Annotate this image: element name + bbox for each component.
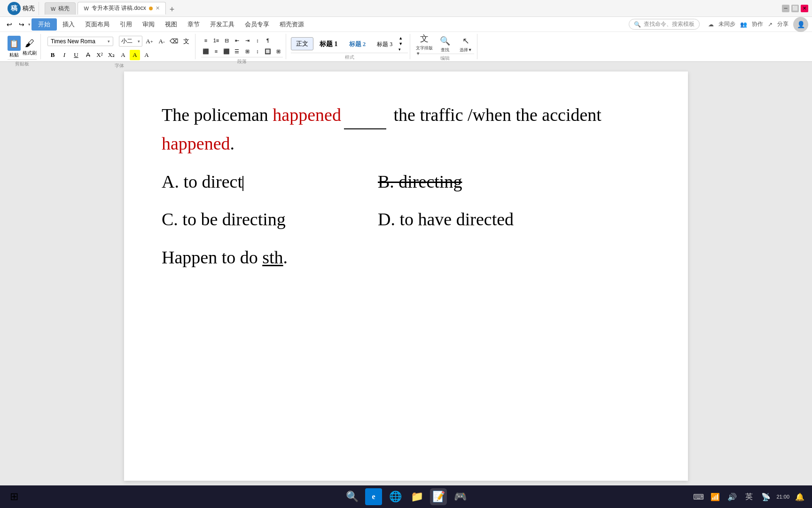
restore-button[interactable]: ⬜ (791, 5, 799, 12)
text-layout-button[interactable]: 文 文字排版▼ (416, 36, 433, 53)
menu-item-layout[interactable]: 页面布局 (80, 18, 114, 31)
font-controls: Times New Roma ▾ 小二 ▾ A+ A- ⌫ 文 B I U A̶… (47, 34, 191, 60)
collab-label[interactable]: 协作 (752, 20, 763, 28)
menu-item-vip[interactable]: 会员专享 (240, 18, 274, 31)
search-button[interactable]: 🔍 查找 (437, 36, 453, 53)
outline-list-button[interactable]: ⊟ (222, 36, 231, 45)
share-label[interactable]: 分享 (777, 20, 789, 28)
underline-button[interactable]: U (71, 50, 81, 60)
option-a: A. to direct (162, 167, 378, 196)
align-right-button[interactable]: ⬛ (222, 47, 231, 56)
bold-button[interactable]: B (47, 50, 58, 60)
question-line: The policeman happened the traffic /when… (162, 100, 650, 158)
taskbar-clock[interactable]: 21:00 (776, 494, 789, 500)
taskbar-search[interactable]: 🔍 (344, 488, 360, 505)
font-color-a-button[interactable]: A (118, 50, 128, 60)
clear-format-button[interactable]: ⌫ (169, 36, 179, 47)
menu-item-home[interactable]: 开始 (31, 18, 57, 31)
show-marks-button[interactable]: ¶ (263, 36, 273, 45)
style-h1-label: 标题 1 (320, 40, 338, 48)
menu-item-daoke[interactable]: 稻壳资源 (275, 18, 309, 31)
app-name: 稿壳 (23, 4, 35, 13)
font-size-box[interactable]: 小二 ▾ (119, 36, 142, 47)
italic-button[interactable]: I (59, 50, 70, 60)
sort-button[interactable]: ↕ (253, 36, 262, 45)
redo-button[interactable]: ↪ (16, 19, 27, 30)
para-controls: ≡ 1≡ ⊟ ⇤ ⇥ ↕ ¶ ⬛ ≡ ⬛ ☰ ⊞ ↕ 🔲 ⊞ (201, 34, 283, 56)
justify-button[interactable]: ☰ (232, 47, 242, 56)
minimize-button[interactable]: ─ (782, 5, 789, 12)
superscript-button[interactable]: X² (94, 50, 105, 60)
indent-decrease-button[interactable]: ⇤ (232, 36, 242, 45)
taskbar-browser[interactable]: 🌐 (387, 488, 404, 505)
strikethrough-button[interactable]: A̶ (83, 50, 93, 60)
taskbar: ⊞ 🔍 e 🌐 📁 📝 🎮 ⌨ 📶 🔊 英 📡 21:00 🔔 (0, 485, 812, 508)
format-brush-icon: 🖌 (25, 38, 34, 49)
align-center-button[interactable]: ≡ (211, 47, 221, 56)
taskbar-network-icon[interactable]: 📶 (709, 490, 722, 503)
unordered-list-button[interactable]: ≡ (201, 36, 211, 45)
taskbar-wps[interactable]: 📝 (430, 488, 447, 505)
style-scroll[interactable]: ▲ ▼ ▾ (398, 36, 408, 52)
close-button[interactable]: ✕ (801, 5, 808, 12)
shading-button[interactable]: 🔲 (263, 47, 273, 56)
taskbar-keyboard-icon[interactable]: ⌨ (692, 490, 705, 503)
style-h1[interactable]: 标题 1 (314, 37, 343, 51)
add-tab-button[interactable]: + (168, 5, 177, 15)
select-button[interactable]: ↖ 选择▼ (457, 36, 474, 53)
menu-bar: ↩ ↪ ▾ 开始 插入 页面布局 引用 审阅 视图 章节 开发工具 会员专享 稻… (0, 17, 812, 32)
taskbar-folder[interactable]: 📁 (408, 488, 425, 505)
menu-item-view[interactable]: 视图 (160, 18, 182, 31)
style-h3-label: 标题 3 (377, 41, 392, 48)
menu-item-insert[interactable]: 插入 (58, 18, 79, 31)
font-name-box[interactable]: Times New Roma ▾ (47, 37, 113, 46)
style-h2[interactable]: 标题 2 (344, 37, 371, 51)
style-normal-label: 正文 (296, 40, 308, 47)
tab-close-button[interactable]: ✕ (156, 5, 160, 11)
menu-item-chapter[interactable]: 章节 (183, 18, 204, 31)
char-border-button[interactable]: A (141, 50, 152, 60)
taskbar-wifi[interactable]: 📡 (759, 490, 773, 503)
title-bar: 稿 稿壳 W 稿壳 W 专升本英语 讲稿.docx ✕ + ─ ⬜ ✕ (0, 0, 812, 17)
menu-item-devtools[interactable]: 开发工具 (205, 18, 239, 31)
subscript-button[interactable]: X₂ (106, 50, 117, 60)
style-h3[interactable]: 标题 3 (372, 37, 398, 51)
font-size-dropdown[interactable]: ▾ (138, 39, 140, 44)
doc-page: The policeman happened the traffic /when… (124, 71, 688, 481)
font-name-dropdown[interactable]: ▾ (108, 39, 110, 44)
sync-label[interactable]: 未同步 (718, 20, 735, 28)
border-button[interactable]: ⊞ (273, 47, 283, 56)
menu-item-review[interactable]: 审阅 (138, 18, 159, 31)
taskbar-game[interactable]: 🎮 (452, 488, 468, 505)
undo-button[interactable]: ↩ (4, 19, 15, 30)
avatar: 👤 (793, 17, 808, 32)
taskbar-volume-icon[interactable]: 🔊 (726, 490, 739, 503)
line-spacing-button[interactable]: ↕ (253, 47, 262, 56)
font-size-increase-button[interactable]: A+ (144, 36, 155, 47)
text-cursor (242, 176, 243, 191)
paste-label[interactable]: 粘贴 (9, 52, 19, 58)
tools-group-label: 编辑 (416, 54, 474, 62)
highlight-button[interactable]: A (130, 50, 140, 60)
start-button[interactable]: ⊞ (6, 488, 23, 505)
tab-active[interactable]: W 专升本英语 讲稿.docx ✕ (78, 2, 165, 15)
taskbar-notifications[interactable]: 🔔 (793, 490, 806, 503)
menu-item-ref[interactable]: 引用 (115, 18, 137, 31)
distributed-button[interactable]: ⊞ (242, 47, 252, 56)
tab-inactive[interactable]: W 稿壳 (45, 2, 76, 15)
indent-increase-button[interactable]: ⇥ (242, 36, 252, 45)
phonetic-button[interactable]: 文 (181, 36, 191, 47)
align-left-button[interactable]: ⬛ (201, 47, 211, 56)
menu-search-box[interactable]: 🔍 查找命令、搜索模板 (629, 19, 700, 30)
ordered-list-button[interactable]: 1≡ (211, 36, 221, 45)
doc-container[interactable]: The policeman happened the traffic /when… (0, 62, 812, 490)
avatar-icon: 👤 (797, 21, 805, 28)
font-size-decrease-button[interactable]: A- (156, 36, 167, 47)
undo-dropdown-arrow[interactable]: ▾ (28, 22, 31, 27)
window-controls: ─ ⬜ ✕ (782, 5, 808, 12)
cloud-icon: ☁ (708, 21, 714, 28)
taskbar-edge[interactable]: e (365, 488, 382, 505)
taskbar-lang[interactable]: 英 (742, 490, 756, 503)
style-normal[interactable]: 正文 (291, 37, 313, 50)
format-brush[interactable]: 🖌 格式刷 (23, 38, 37, 56)
